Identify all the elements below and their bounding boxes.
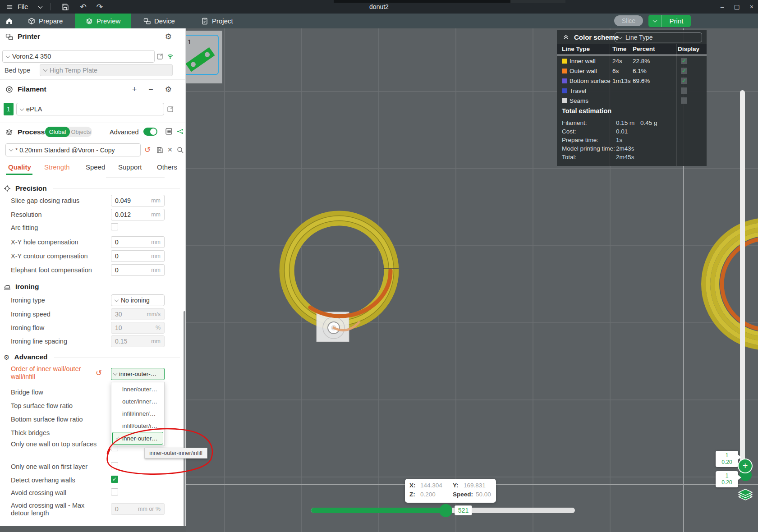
home-tab[interactable] — [5, 14, 13, 28]
printer-section-title: Printer — [18, 32, 40, 41]
segment-global[interactable]: Global — [45, 127, 70, 137]
line-type-select[interactable]: Line Type — [615, 32, 702, 42]
setting-label: Thick bridges — [11, 429, 50, 437]
setting-label: Ironing line spacing — [11, 338, 67, 345]
move-slider-handle[interactable] — [439, 504, 452, 517]
dropdown-option[interactable]: infill/inner/… — [111, 408, 164, 420]
filament-slot-badge: 1 — [4, 103, 14, 115]
hamburger-menu-icon[interactable] — [6, 4, 13, 10]
wifi-icon[interactable] — [166, 52, 174, 60]
slice-gap-input[interactable]: 0.049mm — [111, 195, 165, 206]
dropdown-option[interactable]: infill/outer/i… — [111, 420, 164, 432]
filament-settings-gear-icon[interactable]: ⚙ — [165, 86, 172, 93]
advanced-mode-toggle[interactable] — [143, 128, 157, 136]
ironing-type-select[interactable]: No ironing — [111, 294, 165, 306]
elephant-foot-input[interactable]: 0mm — [111, 264, 165, 276]
layer-badge-top: 10.20 — [716, 451, 738, 467]
reset-order-icon[interactable]: ↺ — [96, 369, 102, 377]
dropdown-option[interactable]: outer/inner… — [111, 395, 164, 408]
setting-label: X-Y contour compensation — [11, 252, 88, 260]
collapse-panel-icon[interactable] — [562, 33, 570, 41]
save-icon[interactable] — [61, 3, 69, 11]
tab-support[interactable]: Support — [118, 163, 142, 171]
tab-others[interactable]: Others — [157, 163, 177, 171]
move-slider[interactable]: 521 — [311, 504, 575, 517]
detect-overhang-checkbox[interactable]: ✓ — [111, 476, 118, 483]
edit-printer-icon[interactable] — [156, 53, 164, 60]
order-wall-label: Order of inner wall/outer wall/infill — [11, 365, 94, 381]
avoid-crossing-checkbox[interactable] — [111, 488, 118, 495]
tab-speed[interactable]: Speed — [86, 163, 105, 171]
advanced-toggle-label: Advanced — [110, 128, 139, 136]
print-button[interactable]: Print — [648, 15, 691, 27]
display-checkbox[interactable]: ✓ — [681, 58, 687, 64]
line-type-table-header: Line Type Time Percent Display — [557, 44, 707, 55]
filament-section-title: Filament — [18, 85, 46, 93]
parameter-table-icon[interactable] — [165, 128, 173, 135]
order-wall-select[interactable]: inner-outer-… — [111, 368, 165, 380]
display-checkbox[interactable]: ✓ — [681, 78, 687, 84]
arc-fitting-checkbox[interactable] — [111, 223, 118, 230]
gcode-hover-tooltip: X:144.304 Y:169.831 Z:0.200 Speed:50.00 — [405, 479, 496, 503]
file-menu[interactable]: File — [18, 3, 28, 10]
line-type-row: Inner wall24s22.8% ✓ — [557, 57, 707, 67]
remove-filament-icon[interactable]: − — [148, 85, 153, 93]
redo-icon[interactable]: ↷ — [96, 3, 103, 11]
process-scope-segment[interactable]: Global Objects — [45, 127, 92, 137]
tab-prepare[interactable]: Prepare — [28, 14, 63, 28]
tab-strength[interactable]: Strength — [44, 163, 70, 171]
filament-select[interactable]: ePLA — [16, 103, 164, 115]
section-divider — [0, 123, 185, 123]
tab-device[interactable]: Device — [143, 14, 175, 28]
sidebar-scrollbar[interactable] — [184, 311, 185, 526]
edit-filament-icon[interactable] — [167, 105, 174, 113]
dropdown-option[interactable]: inner/outer… — [111, 383, 164, 395]
setting-label: Detect overhang walls — [11, 477, 75, 484]
table-divider — [557, 55, 707, 55]
right-ring — [703, 220, 758, 348]
one-wall-first-layer-checkbox[interactable] — [111, 462, 118, 469]
setting-label: Avoid crossing wall — [11, 489, 66, 497]
printer-settings-gear-icon[interactable]: ⚙ — [165, 33, 172, 41]
process-preset-select[interactable]: * 0.20mm Standard @Voron - Copy — [5, 143, 141, 156]
save-preset-icon[interactable] — [156, 147, 163, 154]
xy-contour-input[interactable]: 0mm — [111, 250, 165, 262]
advanced-gears-icon: ⚙ — [4, 354, 9, 361]
setting-label: Bridge flow — [11, 389, 43, 396]
search-icon[interactable] — [177, 147, 184, 154]
close-button[interactable]: × — [750, 3, 753, 10]
dropdown-option-selected[interactable]: ✓ inner-outer… — [112, 432, 163, 445]
xy-hole-input[interactable]: 0mm — [111, 236, 165, 248]
printer-icon — [5, 33, 13, 41]
move-slider-fill — [311, 508, 446, 513]
file-menu-chevron-icon[interactable] — [38, 4, 43, 9]
tab-project[interactable]: Project — [201, 14, 233, 28]
layer-slider-track[interactable] — [740, 90, 745, 474]
layers-stack-icon[interactable] — [738, 489, 753, 500]
process-flow-icon[interactable] — [177, 128, 184, 135]
setting-label: Bottom surface flow ratio — [11, 416, 83, 423]
maximize-button[interactable]: ▢ — [734, 3, 740, 10]
setting-label: Ironing flow — [11, 324, 44, 332]
resolution-input[interactable]: 0.012mm — [111, 209, 165, 220]
display-checkbox[interactable] — [681, 87, 687, 94]
ironing-icon — [4, 283, 11, 290]
reset-preset-icon[interactable]: ↺ — [144, 146, 151, 154]
tab-preview[interactable]: Preview — [75, 14, 131, 28]
bed-type-select[interactable]: High Temp Plate — [40, 64, 173, 76]
add-pause-button[interactable]: + — [738, 459, 753, 473]
tab-quality[interactable]: Quality — [8, 163, 31, 171]
display-checkbox[interactable] — [681, 97, 687, 104]
slice-button[interactable]: Slice — [614, 15, 643, 26]
segment-objects[interactable]: Objects — [70, 127, 92, 137]
display-checkbox[interactable]: ✓ — [681, 68, 687, 74]
printer-select[interactable]: Voron2.4 350 — [2, 50, 155, 63]
setting-label: Top surface flow ratio — [11, 402, 73, 410]
total-divider — [561, 117, 702, 117]
minimize-button[interactable]: – — [721, 3, 724, 10]
print-dropdown-chevron-icon[interactable] — [648, 15, 662, 27]
undo-icon[interactable]: ↶ — [80, 3, 86, 11]
add-filament-icon[interactable]: + — [132, 85, 137, 93]
precision-icon — [4, 185, 11, 192]
delete-preset-icon[interactable]: ✕ — [167, 147, 173, 153]
